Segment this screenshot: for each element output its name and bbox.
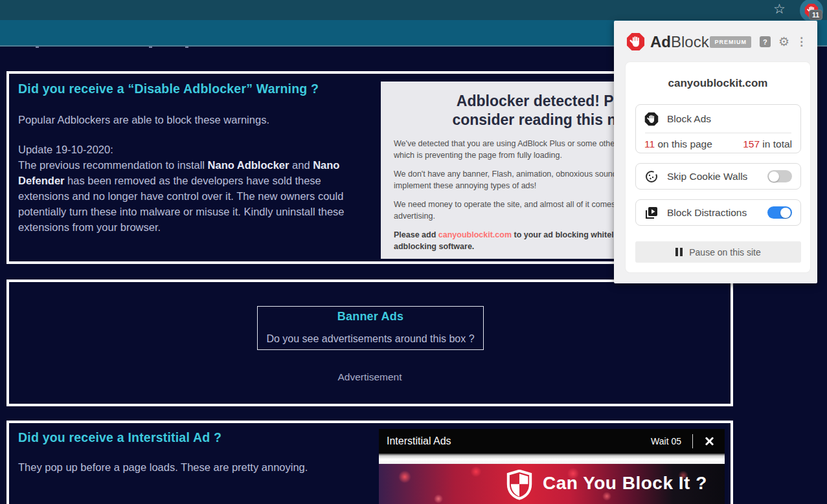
site-title: canyoublockit.com <box>626 77 810 90</box>
interstitial-ad-demo: Interstitial Ads Wait 05 Can You Block I… <box>379 429 725 504</box>
block-distractions-label: Block Distractions <box>667 207 747 219</box>
interstitial-title-bar: Interstitial Ads Wait 05 <box>379 429 725 454</box>
clipped-text-fragment <box>36 47 39 48</box>
help-icon[interactable]: ? <box>760 36 771 47</box>
toggle-knob <box>780 208 791 218</box>
skip-cookie-walls-card: Skip Cookie Walls <box>635 163 801 190</box>
clipped-text-fragment <box>149 47 152 48</box>
extension-badge: 11 <box>809 10 822 20</box>
popup-site-card: canyoublockit.com Block Ads <box>625 61 811 273</box>
bookmark-star-icon[interactable]: ☆ <box>773 1 786 17</box>
interstitial-title: Interstitial Ads <box>387 435 451 447</box>
interstitial-wait-countdown: Wait 05 <box>651 436 681 446</box>
shield-icon <box>506 470 533 501</box>
clipped-text-fragment <box>185 47 188 48</box>
popup-header: AdBlock PREMIUM ? ⚙ ⋮ <box>626 32 807 52</box>
block-ads-hand-icon <box>644 112 659 126</box>
interstitial-banner-text: Can You Block It ? <box>543 473 707 494</box>
settings-gear-icon[interactable]: ⚙ <box>778 34 789 49</box>
close-icon[interactable] <box>704 436 714 446</box>
block-ads-card: Block Ads 11 on this page 157 in total <box>635 104 801 153</box>
adblock-brand-name: AdBlock <box>650 33 709 51</box>
overflow-menu-icon[interactable]: ⋮ <box>796 35 807 49</box>
divider <box>692 434 693 448</box>
interstitial-strip <box>379 454 725 464</box>
skip-cookie-walls-toggle[interactable] <box>767 170 792 182</box>
banner-ads-box: Banner Ads Do you see advertisements aro… <box>257 306 484 350</box>
toggle-knob <box>769 171 779 182</box>
distractions-video-icon <box>644 206 659 220</box>
blocked-total-count: 157 in total <box>743 138 792 150</box>
interstitial-banner-image[interactable]: Can You Block It ? <box>379 464 725 504</box>
pause-icon <box>675 248 683 256</box>
paragraph: Popular Adblockers are able to block the… <box>18 112 373 127</box>
paragraph: Update 19-10-2020:The previous recommend… <box>18 142 373 235</box>
browser-address-bar: ☆ <box>0 0 827 20</box>
block-ads-label: Block Ads <box>667 113 711 125</box>
section-interstitial-ad: Did you receive a Interstitial Ad ? They… <box>6 421 733 504</box>
notice-site-link[interactable]: canyoublockit.com <box>438 230 512 239</box>
skip-cookie-walls-label: Skip Cookie Walls <box>667 171 747 182</box>
banner-box-question: Do you see advertisements around this bo… <box>258 333 483 345</box>
banner-box-heading: Banner Ads <box>258 310 483 323</box>
divider <box>645 133 791 133</box>
adblock-logo-icon <box>626 32 645 51</box>
block-distractions-card: Block Distractions <box>635 199 801 226</box>
block-distractions-toggle[interactable] <box>767 206 792 219</box>
section-banner-ads: Banner Ads Do you see advertisements aro… <box>6 279 733 406</box>
advertisement-label: Advertisement <box>9 371 731 383</box>
premium-badge: PREMIUM <box>710 36 751 48</box>
adblock-extension-button[interactable]: 11 <box>800 0 823 22</box>
pause-on-site-button[interactable]: Pause on this site <box>635 241 801 263</box>
cookie-icon <box>644 170 659 184</box>
blocked-on-page-count: 11 on this page <box>644 138 712 150</box>
adblock-popup: AdBlock PREMIUM ? ⚙ ⋮ canyoublockit.com <box>614 21 817 283</box>
